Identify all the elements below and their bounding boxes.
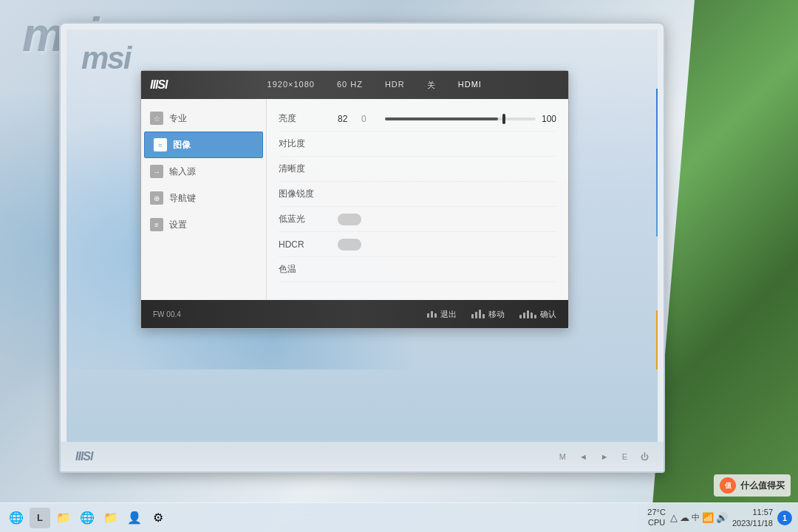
sidebar-item-settings[interactable]: ≡ 设置 (141, 211, 266, 238)
contrast-row: 对比度 (279, 132, 556, 157)
volume-icon[interactable]: 🔊 (716, 512, 728, 523)
sidebar-item-input[interactable]: → 输入源 (141, 158, 266, 185)
clock-time: 11:57 (732, 507, 773, 517)
hdcr-toggle[interactable] (338, 239, 361, 250)
osd-hdr-label: HDR (385, 80, 405, 91)
osd-menu: IIISI 1920×1080 60 HZ HDR 关 HDMI ☆ 专业 (140, 70, 569, 329)
clock-date: 2023/11/18 (732, 518, 773, 528)
monitor-control-buttons: M ◄ ► E ⏻ (559, 452, 649, 461)
monitor-btn-power[interactable]: ⏻ (641, 452, 649, 461)
osd-header-info: 1920×1080 60 HZ HDR 关 HDMI (189, 80, 559, 91)
notification-badge[interactable]: 1 (777, 511, 792, 525)
exit-label: 退出 (440, 309, 457, 320)
footer-move[interactable]: 移动 (471, 309, 505, 320)
image-icon: ≈ (154, 138, 167, 151)
osd-input: HDMI (458, 80, 482, 91)
system-tray-icons: △ ☁ 中 📶 🔊 (670, 512, 728, 523)
watermark: 值 什么值得买 (714, 474, 791, 497)
confirm-icon (519, 310, 536, 318)
sidebar-strip-orange (656, 310, 658, 369)
osd-footer: FW 00.4 退出 (141, 300, 568, 328)
professional-label: 专业 (169, 112, 187, 125)
footer-exit[interactable]: 退出 (427, 309, 457, 320)
hdcr-row: HDCR (279, 232, 556, 257)
input-label: 输入源 (169, 166, 196, 178)
brightness-min: 0 (361, 114, 379, 124)
slider-track (385, 117, 536, 120)
settings-label: 设置 (169, 219, 187, 231)
firmware-version: FW 00.4 (153, 310, 181, 318)
sidebar-item-image[interactable]: ≈ 图像 (144, 132, 263, 158)
osd-hdr-value: 关 (427, 80, 436, 91)
professional-icon: ☆ (150, 112, 163, 125)
confirm-label: 确认 (540, 309, 556, 320)
taskbar-icon-edge[interactable]: 🌐 (77, 508, 98, 528)
watermark-circle: 值 (720, 477, 736, 494)
monitor-screen: msi IIISI 1920×1080 60 HZ HDR 关 HDMI (66, 30, 658, 442)
wifi-icon[interactable]: 📶 (702, 512, 714, 523)
footer-confirm[interactable]: 确认 (519, 309, 556, 320)
color-temp-row: 色温 (279, 257, 556, 282)
navi-label: 导航键 (169, 192, 196, 205)
slider-fill (385, 117, 498, 120)
sidebar-item-navi[interactable]: ⊕ 导航键 (141, 185, 266, 211)
cpu-temp-value: 27°C (647, 508, 666, 517)
chevron-up-icon[interactable]: △ (670, 512, 678, 523)
move-label: 移动 (488, 309, 505, 320)
low-blue-label: 低蓝光 (279, 213, 338, 225)
taskbar-icon-globe[interactable]: 🌐 (6, 508, 27, 528)
monitor-btn-next[interactable]: ► (601, 452, 609, 461)
taskbar-right: 27°C CPU △ ☁ 中 📶 🔊 11:57 2023/11/18 1 (647, 507, 792, 528)
cpu-temp-display: 27°C CPU (647, 508, 666, 527)
watermark-text: 什么值得买 (740, 480, 785, 492)
brightness-value: 82 (338, 114, 355, 124)
color-temp-label: 色温 (279, 263, 338, 276)
image-label: 图像 (173, 139, 191, 151)
low-blue-toggle[interactable] (338, 214, 361, 225)
sidebar-item-professional[interactable]: ☆ 专业 (141, 105, 266, 132)
sharpness-label: 清晰度 (279, 163, 338, 175)
monitor-btn-m[interactable]: M (559, 452, 566, 461)
sidebar-strip-blue (656, 89, 658, 236)
low-blue-row: 低蓝光 (279, 207, 556, 232)
osd-footer-actions: 退出 移动 (427, 309, 556, 320)
taskbar-icon-files[interactable]: 📁 (53, 508, 74, 528)
osd-body: ☆ 专业 ≈ 图像 → 输入源 ⊕ (141, 99, 568, 300)
slider-thumb (502, 114, 505, 124)
navi-icon: ⊕ (150, 191, 163, 205)
monitor-btn-prev[interactable]: ◄ (579, 452, 587, 461)
osd-refresh-rate: 60 HZ (337, 80, 363, 91)
screen-msi-logo: msi (81, 41, 130, 76)
cloud-icon[interactable]: ☁ (680, 512, 689, 523)
osd-resolution: 1920×1080 (267, 80, 315, 91)
brightness-max: 100 (542, 114, 556, 124)
hdcr-label: HDCR (279, 239, 338, 250)
taskbar: 🌐 L 📁 🌐 📁 👤 ⚙ 27°C CPU △ ☁ 中 📶 🔊 11:57 2… (0, 502, 798, 532)
brightness-row: 亮度 82 0 100 (279, 106, 556, 132)
taskbar-icon-folder[interactable]: 📁 (100, 508, 121, 528)
cpu-temp-label: CPU (647, 518, 666, 528)
osd-content: 亮度 82 0 100 对比度 (267, 99, 568, 300)
osd-header: IIISI 1920×1080 60 HZ HDR 关 HDMI (141, 71, 568, 99)
image-sharp-label: 图像锐度 (279, 188, 338, 200)
monitor-bottom-bar: IIISI M ◄ ► E ⏻ (61, 442, 664, 471)
taskbar-clock: 11:57 2023/11/18 (732, 507, 773, 528)
input-icon: → (150, 165, 163, 178)
exit-icon (427, 311, 437, 318)
monitor-btn-e[interactable]: E (622, 452, 627, 461)
settings-icon: ≡ (150, 218, 163, 231)
image-sharp-row: 图像锐度 (279, 182, 556, 207)
taskbar-left: 🌐 L 📁 🌐 📁 👤 ⚙ (6, 508, 647, 528)
taskbar-icon-l[interactable]: L (30, 508, 50, 528)
brightness-label: 亮度 (279, 112, 338, 125)
sharpness-row: 清晰度 (279, 157, 556, 182)
move-icon (471, 310, 485, 318)
ime-icon[interactable]: 中 (692, 512, 700, 523)
osd-sidebar: ☆ 专业 ≈ 图像 → 输入源 ⊕ (141, 99, 267, 300)
taskbar-icon-settings[interactable]: ⚙ (148, 508, 168, 528)
brightness-slider[interactable]: 82 0 100 (338, 114, 556, 124)
monitor-brand: IIISI (75, 450, 92, 463)
taskbar-icon-user[interactable]: 👤 (124, 508, 145, 528)
contrast-label: 对比度 (279, 137, 338, 150)
monitor-body: msi IIISI 1920×1080 60 HZ HDR 关 HDMI (59, 22, 665, 473)
